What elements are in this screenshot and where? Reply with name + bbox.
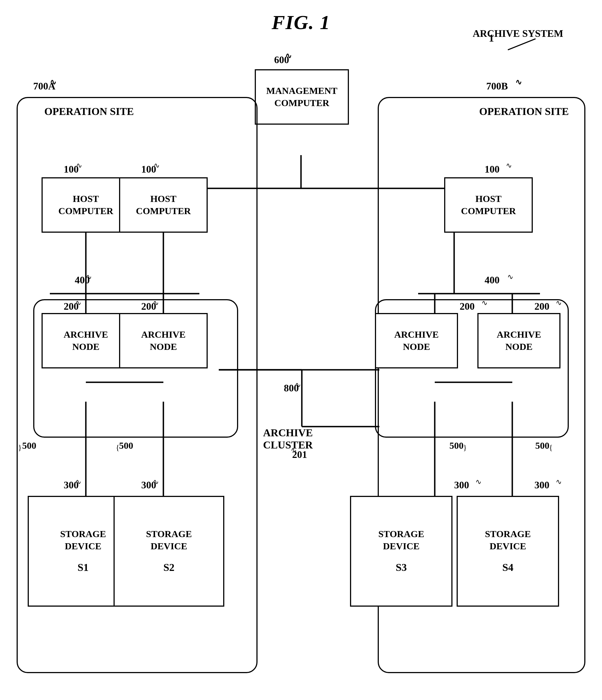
archive-node-1-label: ARCHIVENODE [64,328,108,353]
archive-cluster-tilde: ∿ [291,446,297,455]
storage-device-4-box: STORAGEDEVICE S4 [456,496,559,607]
storage-device-2-label: STORAGEDEVICE [146,528,192,552]
storage-4-number: 300 [534,479,549,491]
archive-node-3-box: ARCHIVENODE [375,313,458,369]
storage-net-500-1b: 500 [449,441,464,451]
network-400b-tilde: ∿ [507,273,514,281]
storage-net-500-2a-curly: { [116,443,119,452]
storage-device-4-label: STORAGEDEVICE [485,528,531,552]
host-computer-3-label: HOSTCOMPUTER [461,193,516,217]
archive-node-2-box: ARCHIVENODE [119,313,208,369]
storage-device-4-id: S4 [485,561,531,574]
storage-device-2-box: STORAGEDEVICE S2 [113,496,224,607]
site-b-label: OPERATION SITE [479,105,569,118]
storage-3-number: 300 [454,479,469,491]
storage-device-1-id: S1 [60,561,106,574]
site-b-tilde: ∿ [515,78,522,87]
site-a-tilde: ∿ [50,78,56,87]
archive-node-3-label: ARCHIVENODE [394,328,439,353]
archive-node-1-tilde: ∿ [75,299,81,307]
storage-net-500-1a-curly: } [18,443,22,452]
management-computer-label: MANAGEMENTCOMPUTER [266,85,338,109]
host-computer-1-label: HOSTCOMPUTER [58,193,113,217]
archive-node-1-box: ARCHIVENODE [42,313,130,369]
network-400b-number: 400 [485,274,500,286]
storage-device-3-box: STORAGEDEVICE S3 [350,496,452,607]
host-computer-2-label: HOSTCOMPUTER [136,193,191,217]
svg-line-28 [508,39,535,50]
storage-4-tilde: ∿ [556,478,562,486]
storage-3-tilde: ∿ [475,478,481,486]
wan-800-tilde: ∿ [295,381,301,389]
archive-node-4-tilde: ∿ [556,299,562,307]
archive-node-3-tilde: ∿ [481,299,488,307]
storage-device-3-id: S3 [378,561,424,574]
archive-cluster-label: ARCHIVECLUSTER [263,427,313,451]
management-computer-box: MANAGEMENTCOMPUTER [255,69,349,125]
storage-device-1-label: STORAGEDEVICE [60,528,106,552]
archive-node-2-label: ARCHIVENODE [141,328,186,353]
archive-node-2-tilde: ∿ [153,299,159,307]
storage-net-500-1a: 500 [22,441,36,451]
storage-net-500-2b: 500 [535,441,549,451]
storage-net-500-2a: 500 [119,441,133,451]
archive-node-3-number: 200 [460,301,475,312]
network-400a-tilde: ∿ [86,273,92,281]
host-computer-1-box: HOSTCOMPUTER [42,177,130,233]
archive-node-4-box: ARCHIVENODE [477,313,560,369]
storage-2-tilde: ∿ [153,478,159,486]
archive-node-4-label: ARCHIVENODE [497,328,541,353]
host-3-tilde: ∿ [506,161,512,170]
host-computer-3-box: HOSTCOMPUTER [444,177,533,233]
archive-node-4-number: 200 [534,301,549,312]
storage-net-500-1b-curly: } [463,443,467,452]
fig-title: FIG. 1 [272,11,330,34]
host-2-tilde: ∿ [154,161,160,170]
site-b-number: 700B [486,80,508,92]
site-a-label: OPERATION SITE [44,105,134,118]
storage-device-3-label: STORAGEDEVICE [378,528,424,552]
storage-1-tilde: ∿ [75,478,81,486]
management-computer-tilde: ∿ [285,51,292,60]
host-1-tilde: ∿ [76,161,82,170]
storage-net-500-2b-curly: { [549,443,553,452]
host-3-number: 100 [485,164,500,175]
host-computer-2-box: HOSTCOMPUTER [119,177,208,233]
storage-device-2-id: S2 [146,561,192,574]
